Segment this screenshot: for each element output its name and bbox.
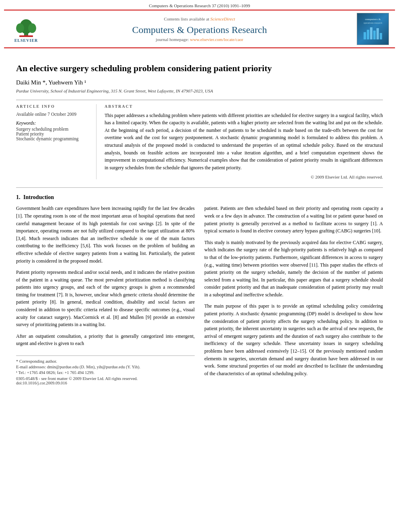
svg-rect-8	[370, 27, 372, 39]
elsevier-logo-area: ELSEVIER	[4, 13, 48, 45]
journal-homepage: journal homepage: www.elsevier.com/locat…	[156, 37, 243, 42]
footnote-corresponding: * Corresponding author.	[16, 359, 195, 364]
elsevier-logo: ELSEVIER	[12, 15, 40, 43]
copyright: © 2009 Elsevier Ltd. All rights reserved…	[105, 175, 383, 179]
section-title: Introduction	[23, 194, 54, 200]
authors: Daiki Min *, Yuehwern Yih ¹	[16, 79, 383, 86]
doi-line: 0305-0548/$ - see front matter © 2009 El…	[16, 376, 195, 385]
keyword-3: Stochastic dynamic programming	[16, 136, 90, 141]
intro-right-para-3: The main purpose of this paper is to pro…	[204, 302, 383, 377]
doi-label: 0305-0548/$ - see front matter © 2009 El…	[16, 376, 138, 381]
article-info-column: Article Info Available online 7 October …	[16, 104, 97, 180]
cover-title: computers &	[365, 18, 380, 21]
intro-para-1: Government health care expenditures have…	[16, 205, 195, 265]
cover-graphic-icon	[363, 24, 383, 40]
elsevier-tree-icon	[12, 15, 40, 37]
keyword-2: Patient priority	[16, 131, 90, 136]
sciencedirect-link[interactable]: ScienceDirect	[210, 16, 235, 21]
available-online: Available online 7 October 2009	[16, 112, 90, 117]
elsevier-wordmark: ELSEVIER	[14, 38, 38, 43]
svg-rect-9	[373, 31, 376, 39]
svg-rect-5	[19, 35, 33, 37]
intro-para-2: Patient priority represents medical and/…	[16, 269, 195, 329]
journal-title-area: Contents lists available at ScienceDirec…	[48, 13, 351, 45]
article-content: An elective surgery scheduling problem c…	[0, 48, 399, 393]
svg-rect-10	[376, 28, 379, 39]
svg-point-2	[16, 23, 24, 33]
footnote-tel: ¹ Tel.: +1765 494 0826; fax: +1 765 494 …	[16, 370, 195, 375]
footnote-email: E-mail addresses: dmin@purdue.edu (D. Mi…	[16, 365, 195, 369]
keywords-label: Keywords:	[16, 121, 90, 125]
article-info-label: Article Info	[16, 104, 90, 109]
article-title: An elective surgery scheduling problem c…	[16, 63, 383, 74]
abstract-text: This paper addresses a scheduling proble…	[105, 112, 383, 172]
footnotes: * Corresponding author. E-mail addresses…	[16, 355, 195, 385]
svg-point-3	[28, 23, 36, 33]
journal-header: ELSEVIER Contents lists available at Sci…	[4, 10, 395, 48]
keyword-1: Surgery scheduling problem	[16, 127, 90, 131]
intro-right-para-2: This study is mainly motivated by the pr…	[204, 239, 383, 299]
affiliation: Purdue University, School of Industrial …	[16, 88, 383, 93]
abstract-column: Abstract This paper addresses a scheduli…	[105, 104, 383, 180]
page: Computers & Operations Research 37 (2010…	[0, 0, 399, 532]
info-abstract-section: Article Info Available online 7 October …	[16, 100, 383, 180]
svg-rect-11	[380, 33, 382, 39]
journal-title: Computers & Operations Research	[132, 25, 267, 35]
abstract-label: Abstract	[105, 104, 383, 109]
intro-para-3: After an outpatient consultation, a prio…	[16, 333, 195, 347]
citation-text: Computers & Operations Research 37 (2010…	[149, 3, 250, 8]
section-divider	[16, 187, 383, 188]
doi: doi:10.1016/j.cor.2009.09.016	[16, 381, 67, 385]
journal-cover-image: computers & operations research	[357, 13, 389, 45]
intro-right-column: patient. Patients are then scheduled bas…	[204, 205, 383, 385]
intro-right-para-1: patient. Patients are then scheduled bas…	[204, 205, 383, 234]
svg-rect-7	[367, 30, 369, 39]
homepage-link[interactable]: www.elsevier.com/locate/caor	[190, 37, 243, 42]
svg-rect-6	[364, 32, 366, 39]
intro-section: Government health care expenditures have…	[16, 205, 383, 385]
intro-heading: 1. Introduction	[16, 194, 383, 201]
intro-left-column: Government health care expenditures have…	[16, 205, 195, 385]
section-number: 1.	[16, 194, 21, 200]
journal-cover-area: computers & operations research	[351, 13, 395, 45]
contents-line: Contents lists available at ScienceDirec…	[164, 16, 235, 21]
journal-citation: Computers & Operations Research 37 (2010…	[0, 0, 399, 10]
